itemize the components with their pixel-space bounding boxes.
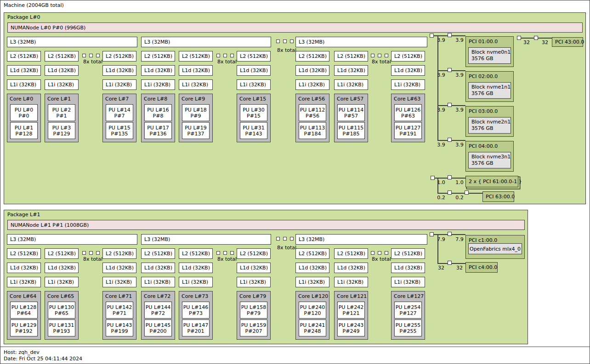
collapsed-dots-label: 8x total — [361, 59, 402, 64]
pu-box-line2: P#207 — [245, 328, 262, 334]
pu-box-line1: PU L#131 — [49, 322, 74, 328]
bridge-square — [448, 138, 452, 142]
l1d-cache-box: L1d (32KB) — [334, 65, 368, 76]
core-label: Core L#64 — [10, 293, 36, 299]
block-device-box-line1: Block nvme0n1 — [471, 49, 511, 56]
pu-box-line2: P#127 — [400, 310, 417, 316]
pu-box: PU L#30P#15 — [240, 104, 267, 121]
l1i-cache-box: L1i (32KB) — [295, 277, 329, 287]
link-line — [437, 35, 438, 140]
pu-box-line2: P#191 — [400, 131, 417, 137]
link-speed-label: 0.2 — [454, 195, 465, 200]
bridge-square — [448, 33, 452, 37]
collapsed-dots-label: 8x total — [266, 47, 307, 53]
pu-box-line1: PU L#15 — [108, 125, 130, 131]
bridge-square — [431, 176, 435, 180]
collapsed-dots — [385, 251, 388, 255]
pu-box: PU L#143P#199 — [106, 319, 133, 336]
bridge-square — [448, 261, 452, 265]
l1d-cache-box: L1d (32KB) — [334, 263, 368, 273]
pu-box-line1: PU L#243 — [339, 322, 364, 328]
l3-cache-box: L3 (32MB) — [141, 37, 271, 47]
link-speed-label: 32 — [539, 39, 550, 45]
pci-device-label: PCI 04:00.0 — [469, 143, 498, 149]
pu-box-line2: P#0 — [19, 113, 29, 119]
pu-box-line1: PU L#112 — [300, 107, 325, 113]
l1i-cache-box: L1i (32KB) — [334, 277, 368, 287]
l1d-cache-box: L1d (32KB) — [179, 65, 213, 76]
l1d-cache-box: L1d (32KB) — [295, 65, 329, 76]
pu-box-line2: P#200 — [150, 328, 167, 334]
collapsed-dots — [223, 251, 227, 255]
pu-box: PU L#142P#71 — [106, 302, 133, 319]
block-device-box-line2: 3576 GB — [471, 90, 511, 97]
l1i-cache-box: L1i (32KB) — [141, 79, 175, 90]
pu-box-line2: P#248 — [304, 328, 321, 334]
pu-box-line1: PU L#113 — [300, 125, 325, 131]
pu-box-line1: PU L#254 — [396, 304, 421, 310]
pci-device-box: PCI 63:00.0 — [482, 191, 514, 202]
pci-device-label: PCI c1:00.0 — [469, 237, 497, 243]
osdev-box: OpenFabrics mlx4_0 — [468, 243, 522, 254]
l2-cache-box: L2 (512KB) — [7, 51, 41, 62]
collapsed-dots — [230, 251, 234, 255]
l1d-cache-box: L1d (32KB) — [237, 263, 271, 273]
core-label: Core L#79 — [239, 293, 266, 299]
collapsed-dots — [223, 54, 227, 57]
collapsed-dots-label: 8x total — [206, 256, 248, 262]
pu-box-line1: PU L#143 — [107, 322, 132, 328]
l1i-cache-box: L1i (32KB) — [45, 79, 79, 90]
pu-box-line2: P#128 — [16, 131, 33, 137]
lstopo-topology-diagram: Machine (2004GB total) Package L#0NUMANo… — [0, 0, 590, 364]
core-label: Core L#73 — [182, 293, 208, 299]
collapsed-dots — [89, 54, 93, 57]
l3-cache-box: L3 (32MB) — [7, 234, 137, 245]
link-speed-label: 32 — [436, 265, 447, 270]
l1d-cache-box: L1d (32KB) — [179, 263, 213, 273]
pu-box: PU L#159P#207 — [240, 319, 267, 336]
pu-box-line1: PU L#0 — [15, 107, 34, 113]
pu-box: PU L#145P#200 — [144, 319, 172, 336]
link-speed-label: 3.9 — [436, 142, 447, 147]
core-label: Core L#65 — [47, 293, 74, 299]
l1d-cache-box: L1d (32KB) — [7, 263, 41, 273]
pu-box-line1: PU L#1 — [15, 125, 34, 131]
collapsed-dots-label: 8x total — [72, 59, 113, 64]
pu-box-line2: P#193 — [53, 328, 70, 334]
pu-box: PU L#128P#64 — [10, 302, 38, 319]
pu-box-line2: P#1 — [57, 113, 67, 119]
pu-box-line1: PU L#127 — [396, 125, 421, 131]
core-label: Core L#7 — [105, 96, 129, 102]
pu-box: PU L#158P#79 — [240, 302, 267, 319]
pu-box-line1: PU L#142 — [107, 304, 132, 310]
pu-box-line2: P#184 — [304, 131, 321, 137]
link-speed-label: 7.9 — [454, 236, 465, 242]
block-device-box-line2: 3576 GB — [471, 125, 511, 132]
pu-box: PU L#31P#143 — [240, 122, 267, 139]
l1i-cache-box: L1i (32KB) — [391, 79, 425, 90]
collapsed-dots — [89, 251, 93, 255]
core-label: Core L#57 — [337, 96, 363, 102]
pu-box-line1: PU L#3 — [52, 125, 71, 131]
pci-device-box: 2 x { PCI 61:00.0-1 } — [465, 176, 518, 187]
pu-box: PU L#126P#63 — [394, 104, 422, 121]
block-device-box-line2: 3576 GB — [471, 56, 511, 62]
pu-box-line1: PU L#159 — [241, 322, 267, 328]
pu-box: PU L#2P#1 — [48, 104, 75, 121]
l1d-cache-box: L1d (32KB) — [141, 65, 175, 76]
pu-box-line1: PU L#241 — [300, 322, 325, 328]
pu-box-line1: PU L#14 — [108, 107, 130, 113]
pu-box-line1: PU L#114 — [339, 107, 364, 113]
pu-box-line1: PU L#158 — [241, 304, 267, 310]
pu-box-line1: PU L#19 — [185, 125, 207, 131]
block-device-box-line1: Block nvme1n1 — [471, 84, 511, 90]
l1d-cache-box: L1d (32KB) — [141, 263, 175, 273]
collapsed-dots — [82, 251, 86, 255]
pu-box-line1: PU L#255 — [396, 322, 421, 328]
collapsed-dots — [96, 54, 100, 57]
collapsed-dots — [283, 39, 287, 43]
pci-device-label: PCI 01:00.0 — [469, 39, 498, 45]
pu-box-line2: P#79 — [247, 310, 261, 316]
collapsed-dots — [371, 251, 374, 255]
core-label: Core L#63 — [394, 96, 420, 102]
